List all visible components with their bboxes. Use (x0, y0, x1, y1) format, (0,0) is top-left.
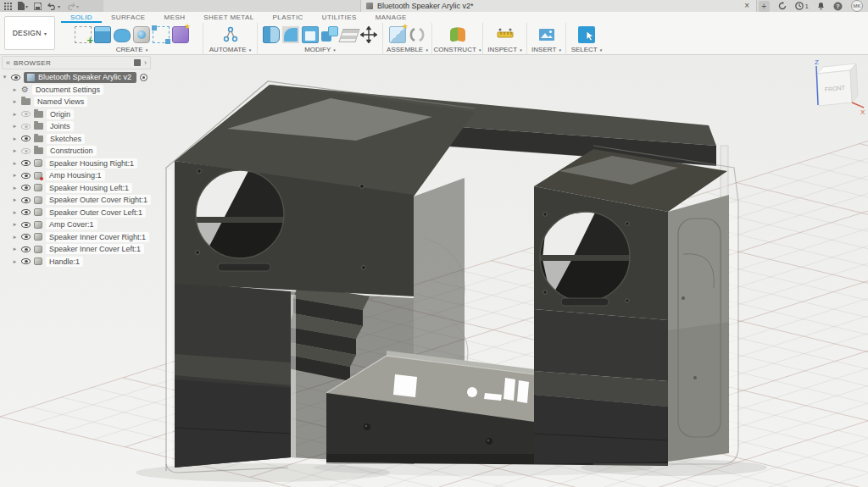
tab-utilities[interactable]: UTILITIES (313, 12, 366, 23)
expand-icon[interactable]: ▸ (12, 221, 18, 228)
expand-icon[interactable]: ▸ (12, 160, 18, 167)
combine-icon[interactable] (321, 26, 338, 43)
select-icon[interactable] (578, 26, 595, 43)
browser-display-settings-icon[interactable] (134, 59, 141, 66)
visibility-eye-icon[interactable] (21, 197, 31, 203)
browser-item-component[interactable]: ▸ Speaker Outer Cover Left:1 (2, 207, 151, 219)
inspect-menu[interactable]: INSPECT ▾ (487, 46, 521, 53)
browser-dock-icon[interactable]: « (6, 58, 10, 67)
workspace-selector[interactable]: DESIGN ▾ (4, 16, 55, 50)
browser-item-component[interactable]: ▸ Speaker Housing Left:1 (2, 182, 151, 195)
expand-icon[interactable]: ▸ (12, 172, 18, 179)
visibility-eye-icon[interactable] (21, 209, 31, 215)
app-grid-icon[interactable] (4, 0, 12, 12)
expand-icon[interactable]: ▸ (12, 111, 18, 118)
visibility-eye-icon[interactable] (21, 160, 31, 166)
tab-surface[interactable]: SURFACE (102, 12, 155, 23)
create-sketch-icon[interactable] (75, 26, 92, 43)
visibility-eye-icon[interactable] (21, 246, 31, 252)
undo-icon[interactable]: ▾ (47, 0, 60, 12)
canvas-icon[interactable] (538, 26, 555, 43)
browser-item-document-settings[interactable]: ▸ ⚙ Document Settings (2, 84, 151, 97)
browser-item-component[interactable]: ▸ Handle:1 (2, 256, 151, 268)
box-icon[interactable] (94, 26, 111, 43)
tab-sheet-metal[interactable]: SHEET METAL (194, 12, 263, 23)
expand-icon[interactable]: ▸ (12, 86, 18, 93)
split-body-icon[interactable] (338, 29, 359, 42)
visibility-eye-icon[interactable] (11, 75, 20, 80)
automate-menu[interactable]: AUTOMATE ▾ (209, 46, 251, 53)
tab-solid[interactable]: SOLID (61, 12, 102, 23)
visibility-eye-icon[interactable] (21, 222, 31, 228)
close-tab-icon[interactable]: × (743, 0, 751, 12)
browser-item-component[interactable]: ▸ Amp Housing:1 (2, 169, 151, 182)
visibility-eye-icon[interactable] (21, 136, 31, 141)
automate-icon[interactable] (222, 26, 239, 43)
visibility-eye-icon[interactable] (21, 124, 31, 130)
visibility-eye-icon[interactable] (21, 173, 31, 179)
view-cube[interactable]: Z X FRONT (815, 58, 865, 116)
speaker-model[interactable] (166, 81, 738, 473)
press-pull-icon[interactable] (263, 26, 280, 43)
pattern-icon[interactable] (153, 26, 170, 43)
move-icon[interactable] (360, 26, 377, 43)
expand-icon[interactable]: ▾ (2, 74, 8, 80)
notifications-bell-icon[interactable] (817, 0, 825, 12)
create-menu[interactable]: CREATE ▾ (116, 46, 148, 53)
expand-icon[interactable]: ▸ (12, 136, 18, 142)
visibility-eye-icon[interactable] (21, 111, 31, 117)
job-status[interactable]: 1 (795, 2, 809, 10)
save-icon[interactable] (34, 0, 42, 12)
expand-icon[interactable]: ▸ (12, 123, 18, 130)
expand-icon[interactable]: ▸ (12, 246, 18, 252)
expand-icon[interactable]: ▸ (12, 98, 18, 105)
visibility-eye-icon[interactable] (21, 148, 31, 154)
browser-item-sketches[interactable]: ▸ Sketches (2, 133, 151, 146)
expand-icon[interactable]: ▸ (12, 147, 18, 154)
construction-plane-icon[interactable] (449, 26, 466, 43)
new-tab-icon[interactable]: + (759, 1, 770, 12)
browser-item-component[interactable]: ▸ Speaker Inner Cover Left:1 (2, 243, 151, 256)
browser-collapse-icon[interactable]: › (144, 58, 147, 67)
joint-icon[interactable] (409, 26, 426, 43)
visibility-eye-icon[interactable] (21, 234, 31, 240)
assemble-menu[interactable]: ASSEMBLE ▾ (387, 46, 428, 53)
user-avatar[interactable]: MK (851, 0, 863, 12)
form-icon[interactable] (114, 29, 131, 42)
construct-menu[interactable]: CONSTRUCT ▾ (434, 46, 481, 53)
document-tab[interactable]: Bluetooth Speaker Arylic v2* × (360, 0, 757, 12)
browser-tree: ▾ Bluetooth Speaker Arylic v2 ▸ ⚙ Docume… (2, 71, 151, 268)
browser-root-item[interactable]: ▾ Bluetooth Speaker Arylic v2 (2, 71, 151, 84)
browser-header[interactable]: « BROWSER › (2, 56, 151, 69)
expand-icon[interactable]: ▸ (12, 209, 18, 216)
measure-icon[interactable] (497, 26, 514, 43)
modify-menu[interactable]: MODIFY ▾ (304, 46, 336, 53)
browser-item-component[interactable]: ▸ Amp Cover:1 (2, 219, 151, 231)
hole-icon[interactable] (133, 26, 150, 43)
expand-icon[interactable]: ▸ (12, 185, 18, 191)
new-component-icon[interactable] (389, 26, 406, 43)
browser-item-origin[interactable]: ▸ Origin (2, 108, 151, 121)
browser-item-joints[interactable]: ▸ Joints (2, 120, 151, 133)
browser-item-named-views[interactable]: ▸ Named Views (2, 96, 151, 108)
file-menu-icon[interactable]: ▾ (18, 0, 28, 12)
visibility-eye-icon[interactable] (21, 185, 31, 191)
expand-icon[interactable]: ▸ (12, 196, 18, 203)
sync-icon[interactable] (778, 0, 787, 12)
expand-icon[interactable]: ▸ (12, 234, 18, 241)
visibility-eye-icon[interactable] (21, 258, 31, 264)
redo-icon[interactable]: ▾ (66, 0, 79, 12)
browser-item-component[interactable]: ▸ Speaker Outer Cover Right:1 (2, 194, 151, 207)
select-menu[interactable]: SELECT ▾ (571, 46, 603, 53)
browser-item-component[interactable]: ▸ Speaker Inner Cover Right:1 (2, 231, 151, 244)
activate-component-icon[interactable] (140, 74, 147, 81)
browser-item-component[interactable]: ▸ Speaker Housing Right:1 (2, 158, 151, 170)
derive-icon[interactable] (172, 26, 189, 43)
help-icon[interactable]: ? (833, 0, 843, 12)
tab-plastic[interactable]: PLASTIC (264, 12, 313, 23)
fillet-icon[interactable] (282, 26, 299, 43)
shell-icon[interactable] (302, 26, 319, 43)
expand-icon[interactable]: ▸ (12, 258, 18, 265)
insert-menu[interactable]: INSERT ▾ (531, 46, 561, 53)
browser-item-construction[interactable]: ▸ Construction (2, 145, 151, 158)
